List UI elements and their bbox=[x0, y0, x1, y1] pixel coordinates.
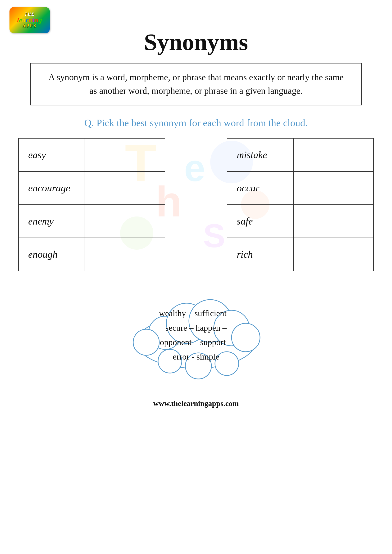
right-table-row: occur bbox=[227, 172, 373, 205]
right-table-row: mistake bbox=[227, 138, 373, 172]
left-answer-cell[interactable] bbox=[85, 238, 165, 271]
left-word-cell: enough bbox=[19, 238, 85, 271]
right-word-cell: mistake bbox=[227, 138, 294, 172]
definition-box: A synonym is a word, morpheme, or phrase… bbox=[30, 63, 362, 105]
left-answer-cell[interactable] bbox=[85, 138, 165, 172]
tables-wrapper: T h e S easyencourageenemyenough mistake… bbox=[18, 138, 374, 271]
right-answer-cell[interactable] bbox=[294, 172, 373, 205]
right-word-cell: rich bbox=[227, 238, 294, 271]
footer-url: www.thelearningapps.com bbox=[153, 399, 239, 408]
right-table-row: safe bbox=[227, 205, 373, 238]
left-table-row: encourage bbox=[19, 172, 165, 205]
left-answer-cell[interactable] bbox=[85, 205, 165, 238]
cloud-line3: opponent – support – bbox=[159, 335, 233, 350]
left-answer-cell[interactable] bbox=[85, 172, 165, 205]
logo-learning: learning bbox=[17, 17, 42, 23]
left-word-cell: encourage bbox=[19, 172, 85, 205]
logo-apps: APPS bbox=[22, 23, 37, 28]
right-answer-cell[interactable] bbox=[294, 238, 373, 271]
left-word-cell: enemy bbox=[19, 205, 85, 238]
question-text: Q. Pick the best synonym for each word f… bbox=[84, 117, 308, 129]
left-table-row: enough bbox=[19, 238, 165, 271]
left-table: easyencourageenemyenough bbox=[18, 138, 165, 271]
left-word-cell: easy bbox=[19, 138, 85, 172]
right-answer-cell[interactable] bbox=[294, 138, 373, 172]
right-table: mistakeoccursaferich bbox=[227, 138, 374, 271]
right-word-cell: occur bbox=[227, 172, 294, 205]
cloud-line2: secure – happen – bbox=[159, 321, 233, 335]
main-content: Synonyms A synonym is a word, morpheme, … bbox=[0, 0, 392, 417]
right-table-row: rich bbox=[227, 238, 373, 271]
logo-the: THE bbox=[24, 12, 35, 17]
cloud-line4: error - simple bbox=[159, 350, 233, 364]
svg-text:S: S bbox=[203, 217, 225, 254]
page-title: Synonyms bbox=[144, 28, 248, 56]
logo: THE learning APPS bbox=[9, 7, 52, 35]
left-table-row: enemy bbox=[19, 205, 165, 238]
right-word-cell: safe bbox=[227, 205, 294, 238]
cloud: wealthy – sufficient – secure – happen –… bbox=[123, 290, 269, 380]
right-answer-cell[interactable] bbox=[294, 205, 373, 238]
left-table-row: easy bbox=[19, 138, 165, 172]
cloud-text: wealthy – sufficient – secure – happen –… bbox=[150, 302, 242, 369]
svg-text:e: e bbox=[184, 147, 205, 189]
cloud-container: wealthy – sufficient – secure – happen –… bbox=[123, 290, 269, 380]
cloud-line1: wealthy – sufficient – bbox=[159, 306, 233, 321]
